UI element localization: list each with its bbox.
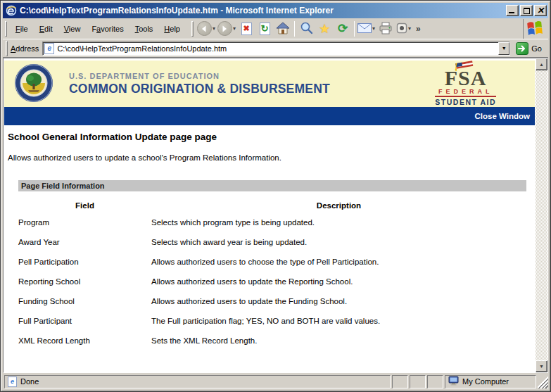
- table-row: Program Selects which program type is be…: [18, 213, 526, 232]
- dept-text-block: U.S. DEPARTMENT OF EDUCATION COMMON ORIG…: [69, 72, 330, 96]
- forward-dropdown-icon[interactable]: ▾: [233, 25, 236, 32]
- scroll-down-button[interactable]: ▼: [536, 360, 547, 372]
- mail-icon: [357, 23, 372, 34]
- home-icon: [276, 22, 290, 36]
- status-pane-empty: [410, 375, 426, 388]
- stop-button[interactable]: ✖: [237, 20, 255, 38]
- throbber: [523, 19, 547, 39]
- toolbar-overflow-chevron[interactable]: »: [413, 24, 424, 34]
- status-page-icon: e: [8, 377, 17, 387]
- field-cell: Award Year: [18, 232, 151, 252]
- table-row: Pell Participation Allows authorized use…: [18, 252, 526, 272]
- title-bar[interactable]: C:\cod\HelpTextProgramRelationsInfoUpdat…: [3, 3, 548, 18]
- dept-of-education-seal-icon: [14, 63, 53, 104]
- agency-name: U.S. DEPARTMENT OF EDUCATION: [69, 72, 330, 80]
- field-cell: Pell Participation: [18, 252, 151, 272]
- forward-button[interactable]: ▾: [217, 20, 237, 38]
- back-dropdown-icon[interactable]: ▾: [213, 25, 215, 32]
- description-cell: Allows authorized users to update the Re…: [151, 272, 526, 291]
- description-cell: Allows authorized users to choose the ty…: [151, 252, 526, 272]
- toolbar-separator-2: [354, 21, 355, 37]
- edit-dropdown-icon[interactable]: ▾: [408, 25, 411, 32]
- menu-edit[interactable]: Edit: [34, 23, 58, 35]
- field-cell: XML Record Length: [18, 331, 151, 350]
- description-column-header: Description: [151, 191, 526, 213]
- field-cell: Funding School: [18, 291, 151, 311]
- page-intro: Allows authorized users to update a scho…: [8, 153, 536, 162]
- address-bar: Address e ▼ Go: [3, 39, 548, 58]
- table-row: XML Record Length Sets the XML Record Le…: [18, 331, 526, 350]
- status-pane-empty: [427, 375, 443, 388]
- rebar-grip[interactable]: [5, 21, 7, 37]
- status-pane: e Done: [4, 375, 391, 388]
- menu-favorites[interactable]: Favorites: [86, 23, 129, 35]
- refresh-button[interactable]: ↻: [255, 20, 274, 38]
- page-title: School General Information Update page p…: [8, 132, 536, 142]
- fsa-logo: FSA FEDERAL STUDENT AID: [435, 61, 496, 106]
- description-cell: Selects which program type is being upda…: [151, 213, 526, 232]
- field-column-header: Field: [18, 191, 151, 213]
- maximize-button[interactable]: [520, 5, 533, 16]
- rebar-grip-2[interactable]: [191, 21, 194, 37]
- menu-view[interactable]: View: [58, 23, 87, 35]
- address-grip[interactable]: [6, 41, 8, 56]
- close-window-link[interactable]: Close Window: [475, 112, 530, 120]
- scroll-down-icon: ▼: [539, 364, 544, 369]
- go-label: Go: [531, 44, 542, 53]
- toolbar-separator: [294, 21, 295, 37]
- minimize-button[interactable]: [506, 5, 519, 16]
- scroll-up-icon: ▲: [539, 62, 544, 67]
- ie-logo-icon: [6, 5, 17, 16]
- address-input[interactable]: [57, 43, 498, 54]
- minimize-icon: [509, 12, 514, 13]
- history-button[interactable]: ⟳: [334, 20, 352, 38]
- app-name: COMMON ORIGINATION & DISBURSEMENT: [69, 82, 330, 96]
- security-zone-text: My Computer: [462, 377, 509, 386]
- page-icon: e: [44, 43, 54, 54]
- close-button[interactable]: ✕: [534, 5, 547, 16]
- address-dropdown-button[interactable]: ▼: [498, 42, 509, 55]
- window-title: C:\cod\HelpTextProgramRelationsInfoUpdat…: [20, 6, 506, 15]
- search-button[interactable]: [297, 20, 315, 38]
- scroll-up-button[interactable]: ▲: [536, 58, 547, 70]
- menu-toolbar-row: File Edit View Favorites Tools Help ▾ ▾ …: [3, 18, 548, 39]
- address-input-box[interactable]: e ▼: [42, 42, 510, 56]
- field-cell: Program: [18, 213, 151, 232]
- menu-tools[interactable]: Tools: [129, 23, 159, 35]
- status-text: Done: [20, 377, 39, 386]
- table-row: Reporting School Allows authorized users…: [18, 272, 526, 291]
- go-button[interactable]: Go: [514, 42, 546, 56]
- graduation-cap-icon: [453, 60, 477, 72]
- security-zone-pane: My Computer: [445, 375, 536, 388]
- favorites-star-icon: ★: [319, 23, 330, 35]
- description-cell: Selects which award year is being update…: [151, 232, 526, 252]
- browser-viewport: U.S. DEPARTMENT OF EDUCATION COMMON ORIG…: [3, 58, 548, 373]
- back-button[interactable]: ▾: [196, 20, 217, 38]
- vertical-scrollbar[interactable]: ▲ ▼: [536, 58, 547, 372]
- scrollbar-track[interactable]: [536, 70, 547, 360]
- print-button[interactable]: [376, 20, 395, 38]
- field-info-table: Field Description Program Selects which …: [18, 191, 526, 350]
- help-page: U.S. DEPARTMENT OF EDUCATION COMMON ORIG…: [4, 58, 536, 372]
- mail-button[interactable]: ▾: [357, 20, 376, 38]
- menu-help[interactable]: Help: [158, 23, 186, 35]
- description-cell: Allows authorized users to update the Fu…: [151, 291, 526, 311]
- history-icon: ⟳: [338, 23, 348, 34]
- go-arrow-icon: [516, 42, 528, 55]
- fsa-student-aid: STUDENT AID: [435, 98, 496, 106]
- section-title: Page Field Information: [21, 182, 105, 190]
- edit-button[interactable]: ▾: [395, 20, 413, 38]
- forward-icon: [217, 21, 232, 36]
- description-cell: Sets the XML Record Length.: [151, 331, 526, 350]
- favorites-button[interactable]: ★: [315, 20, 334, 38]
- print-icon: [379, 22, 393, 36]
- home-button[interactable]: [274, 20, 292, 38]
- table-row: Award Year Selects which award year is b…: [18, 232, 526, 252]
- table-row: Funding School Allows authorized users t…: [18, 291, 526, 311]
- menu-file[interactable]: File: [10, 23, 34, 35]
- back-icon: [197, 21, 212, 36]
- field-cell: Full Participant: [18, 311, 151, 331]
- field-cell: Reporting School: [18, 272, 151, 291]
- window-resize-grip[interactable]: [538, 375, 548, 388]
- mail-dropdown-icon[interactable]: ▾: [372, 25, 375, 32]
